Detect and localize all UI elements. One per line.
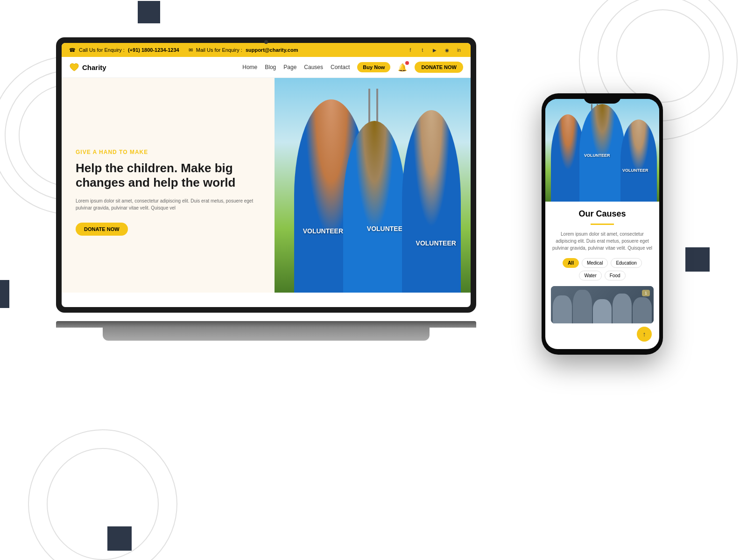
volunteer-image: VOLUNTEER VOLUNTEER VOLUNTEER — [275, 78, 471, 293]
laptop-screen: ☎ Call Us for Enquiry : (+91) 1800-1234-… — [62, 43, 471, 307]
phone-card-simulation: 1 — [551, 286, 654, 323]
nav-causes[interactable]: Causes — [304, 64, 323, 70]
tab-water[interactable]: Water — [579, 271, 601, 280]
hero-cta-button[interactable]: DONATE NOW — [76, 223, 128, 236]
hero-tagline: GIVE A HAND TO MAKE — [76, 149, 261, 155]
card-person-1 — [553, 295, 572, 323]
deco-square-top — [138, 1, 160, 23]
phone-title-underline — [591, 224, 614, 225]
hero-title: Help the children. Make big changes and … — [76, 161, 261, 190]
card-number: 1 — [642, 290, 650, 296]
site-navbar: Charity Home Blog Page Causes Contact Bu… — [62, 57, 471, 78]
logo-text: Charity — [82, 63, 106, 71]
card-person-4 — [613, 294, 632, 323]
deco-square-left — [0, 280, 9, 308]
mail-address: support@charity.com — [246, 47, 298, 53]
phone-vol-person-3: VOLUNTEER — [620, 119, 657, 202]
site-logo[interactable]: Charity — [69, 63, 106, 72]
buy-now-button[interactable]: Buy Now — [357, 62, 390, 72]
hero-left: GIVE A HAND TO MAKE Help the children. M… — [62, 78, 275, 293]
nav-links: Home Blog Page Causes Contact Buy Now 🔔 … — [242, 62, 463, 73]
phone-notch — [584, 93, 621, 104]
tab-education[interactable]: Education — [611, 258, 641, 268]
hero-right: VOLUNTEER VOLUNTEER VOLUNTEER — [275, 78, 471, 293]
deco-circle-8 — [28, 429, 177, 560]
phone-icon: ☎ — [69, 47, 76, 53]
deco-circle-7 — [47, 448, 159, 560]
volunteer-text-2: VOLUNTEER — [367, 225, 407, 232]
phone-causes-title: Our Causes — [551, 209, 654, 219]
site-topbar: ☎ Call Us for Enquiry : (+91) 1800-1234-… — [62, 43, 471, 57]
phone-vol-text-2: VOLUNTEER — [622, 168, 648, 173]
facebook-icon[interactable]: f — [406, 46, 415, 54]
tab-medical[interactable]: Medical — [582, 258, 608, 268]
phone-causes-description: Lorem ipsum dolor sit amet, consectetur … — [551, 231, 654, 252]
phone-filter-tabs: All Medical Education Water Food — [551, 258, 654, 280]
topbar-social: f t ▶ ◉ in — [406, 46, 463, 54]
phone-vol-person-2: VOLUNTEER — [579, 104, 625, 202]
laptop-hinge — [56, 321, 476, 328]
phone-screen: VOLUNTEER VOLUNTEER Our Causes Lorem ips… — [545, 99, 659, 349]
card-person-5 — [633, 297, 652, 323]
card-person-3 — [593, 299, 612, 323]
phone-card-image: 1 — [551, 286, 654, 323]
volunteer-text-1: VOLUNTEER — [303, 227, 343, 235]
phone-number: (+91) 1800-1234-1234 — [128, 47, 179, 53]
deco-square-right — [685, 247, 710, 272]
hero-section: GIVE A HAND TO MAKE Help the children. M… — [62, 78, 471, 293]
volunteer-text-3: VOLUNTEER — [416, 239, 456, 247]
phone-volunteer-image: VOLUNTEER VOLUNTEER — [545, 99, 659, 202]
tab-food[interactable]: Food — [605, 271, 626, 280]
twitter-icon[interactable]: t — [418, 46, 427, 54]
phone-vol-text-1: VOLUNTEER — [584, 153, 610, 158]
arrow-up-icon: ↑ — [643, 330, 646, 338]
nav-home[interactable]: Home — [242, 64, 257, 70]
nav-blog[interactable]: Blog — [265, 64, 276, 70]
phone-mockup: VOLUNTEER VOLUNTEER Our Causes Lorem ips… — [542, 93, 663, 355]
phone-label: Call Us for Enquiry : — [79, 47, 125, 53]
card-person-2 — [573, 290, 592, 323]
nav-page[interactable]: Page — [283, 64, 296, 70]
laptop-camera — [264, 40, 268, 44]
mail-icon: ✉ — [189, 47, 193, 53]
bell-icon[interactable]: 🔔 — [398, 63, 407, 72]
laptop-body: ☎ Call Us for Enquiry : (+91) 1800-1234-… — [56, 37, 476, 313]
hero-description: Lorem ipsum dolor sit amet, consectetur … — [76, 197, 261, 211]
laptop-base — [103, 328, 430, 341]
card-people — [551, 286, 654, 323]
nav-contact[interactable]: Contact — [331, 64, 350, 70]
phone-vol-simulation: VOLUNTEER VOLUNTEER — [545, 99, 659, 202]
volunteer-person-3: VOLUNTEER — [402, 110, 461, 293]
volunteer-person-2: VOLUNTEER — [343, 121, 406, 293]
tab-all[interactable]: All — [563, 258, 579, 268]
phone-content: Our Causes Lorem ipsum dolor sit amet, c… — [545, 202, 659, 331]
logo-heart-icon — [69, 63, 79, 72]
mail-info: ✉ Mail Us for Enquiry : support@charity.… — [189, 47, 298, 53]
phone-info: ☎ Call Us for Enquiry : (+91) 1800-1234-… — [69, 47, 179, 53]
instagram-icon[interactable]: ◉ — [443, 46, 451, 54]
mail-label: Mail Us for Enquiry : — [196, 47, 242, 53]
scroll-to-top-button[interactable]: ↑ — [637, 327, 652, 342]
laptop-mockup: ☎ Call Us for Enquiry : (+91) 1800-1234-… — [56, 37, 476, 341]
deco-square-bottom — [107, 526, 132, 551]
deco-circle-4 — [616, 9, 710, 103]
topbar-left: ☎ Call Us for Enquiry : (+91) 1800-1234-… — [69, 47, 298, 53]
youtube-icon[interactable]: ▶ — [430, 46, 439, 54]
linkedin-icon[interactable]: in — [455, 46, 463, 54]
donate-now-button[interactable]: DONATE NOW — [415, 62, 463, 73]
